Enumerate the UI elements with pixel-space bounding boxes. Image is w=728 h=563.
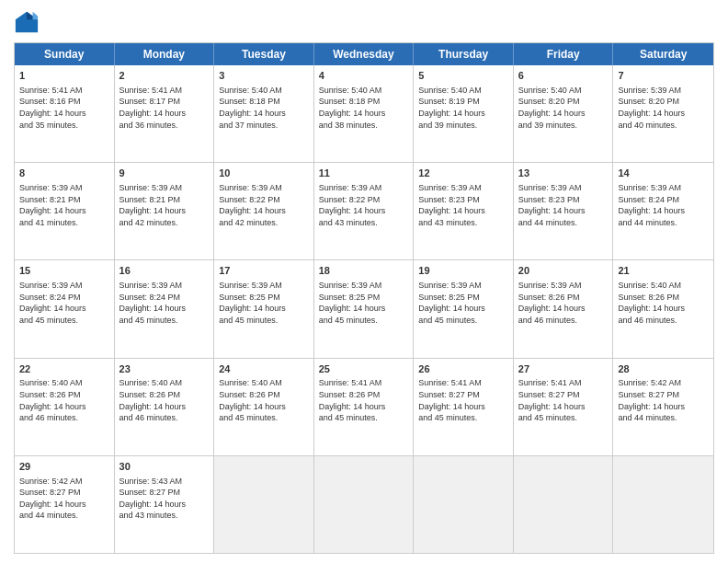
header	[14, 9, 714, 35]
cell-info-line: Sunrise: 5:41 AM	[119, 85, 210, 97]
calendar-cell: 12Sunrise: 5:39 AMSunset: 8:23 PMDayligh…	[414, 163, 514, 259]
cell-info-line: Daylight: 14 hours	[219, 205, 309, 217]
cell-info-line: Daylight: 14 hours	[219, 108, 309, 120]
cell-info-line: Daylight: 14 hours	[19, 108, 109, 120]
day-number: 16	[119, 264, 210, 278]
calendar-cell: 3Sunrise: 5:40 AMSunset: 8:18 PMDaylight…	[214, 65, 314, 162]
cell-info-line: Daylight: 14 hours	[518, 303, 609, 315]
cell-info-line: Sunrise: 5:41 AM	[518, 377, 609, 389]
calendar-cell: 22Sunrise: 5:40 AMSunset: 8:26 PMDayligh…	[15, 359, 115, 455]
cell-info-line: Daylight: 14 hours	[518, 108, 609, 120]
calendar-cell: 20Sunrise: 5:39 AMSunset: 8:26 PMDayligh…	[514, 260, 614, 357]
cell-info-line: and 37 minutes.	[219, 120, 309, 132]
calendar-cell: 21Sunrise: 5:40 AMSunset: 8:26 PMDayligh…	[613, 260, 713, 357]
cell-info-line: Sunrise: 5:39 AM	[518, 182, 609, 194]
cell-info-line: Sunset: 8:26 PM	[319, 389, 409, 401]
cell-info-line: Daylight: 14 hours	[19, 499, 109, 511]
logo-icon	[14, 9, 40, 35]
cell-info-line: Sunset: 8:18 PM	[219, 96, 309, 108]
cell-info-line: and 45 minutes.	[219, 412, 309, 424]
cell-info-line: Sunrise: 5:39 AM	[418, 182, 508, 194]
calendar-cell: 7Sunrise: 5:39 AMSunset: 8:20 PMDaylight…	[613, 65, 713, 162]
day-number: 27	[518, 362, 609, 376]
calendar-cell	[314, 456, 415, 553]
calendar-row-3: 15Sunrise: 5:39 AMSunset: 8:24 PMDayligh…	[15, 260, 713, 358]
cell-info-line: Sunset: 8:24 PM	[119, 292, 210, 304]
cell-info-line: Sunrise: 5:39 AM	[19, 280, 109, 292]
cell-info-line: Daylight: 14 hours	[119, 205, 210, 217]
cell-info-line: Sunset: 8:26 PM	[518, 292, 609, 304]
calendar-row-2: 8Sunrise: 5:39 AMSunset: 8:21 PMDaylight…	[15, 163, 713, 260]
cell-info-line: Sunrise: 5:43 AM	[119, 476, 210, 488]
cell-info-line: and 43 minutes.	[119, 510, 210, 522]
day-number: 24	[219, 362, 309, 376]
cell-info-line: and 41 minutes.	[19, 217, 109, 229]
cell-info-line: Daylight: 14 hours	[618, 401, 709, 413]
calendar-cell: 23Sunrise: 5:40 AMSunset: 8:26 PMDayligh…	[115, 359, 215, 455]
calendar-header: Sunday Monday Tuesday Wednesday Thursday…	[15, 43, 713, 65]
day-number: 17	[219, 264, 309, 278]
day-number: 29	[19, 460, 109, 474]
cell-info-line: and 45 minutes.	[119, 315, 210, 327]
cell-info-line: Daylight: 14 hours	[219, 303, 309, 315]
calendar-cell: 24Sunrise: 5:40 AMSunset: 8:26 PMDayligh…	[214, 359, 314, 455]
cell-info-line: and 45 minutes.	[219, 315, 309, 327]
cell-info-line: Sunrise: 5:40 AM	[219, 85, 309, 97]
cell-info-line: Sunrise: 5:40 AM	[618, 280, 709, 292]
cell-info-line: Sunset: 8:27 PM	[19, 487, 109, 499]
calendar-row-1: 1Sunrise: 5:41 AMSunset: 8:16 PMDaylight…	[15, 65, 713, 163]
cell-info-line: Sunrise: 5:39 AM	[518, 280, 609, 292]
cell-info-line: and 44 minutes.	[19, 510, 109, 522]
calendar-cell: 27Sunrise: 5:41 AMSunset: 8:27 PMDayligh…	[514, 359, 614, 455]
calendar-cell: 13Sunrise: 5:39 AMSunset: 8:23 PMDayligh…	[514, 163, 614, 259]
calendar-cell: 14Sunrise: 5:39 AMSunset: 8:24 PMDayligh…	[613, 163, 713, 259]
day-number: 3	[219, 69, 309, 83]
cell-info-line: Sunset: 8:22 PM	[219, 194, 309, 206]
cell-info-line: Sunrise: 5:39 AM	[119, 280, 210, 292]
cell-info-line: Daylight: 14 hours	[518, 205, 609, 217]
day-number: 9	[119, 167, 210, 180]
cell-info-line: and 39 minutes.	[518, 120, 609, 132]
calendar-cell: 17Sunrise: 5:39 AMSunset: 8:25 PMDayligh…	[214, 260, 314, 357]
header-wednesday: Wednesday	[314, 43, 415, 65]
cell-info-line: Sunset: 8:27 PM	[418, 389, 508, 401]
cell-info-line: Daylight: 14 hours	[119, 499, 210, 511]
calendar-cell: 25Sunrise: 5:41 AMSunset: 8:26 PMDayligh…	[314, 359, 415, 455]
cell-info-line: Sunset: 8:21 PM	[119, 194, 210, 206]
cell-info-line: and 46 minutes.	[119, 412, 210, 424]
cell-info-line: Daylight: 14 hours	[119, 303, 210, 315]
day-number: 10	[219, 167, 309, 180]
calendar-cell: 5Sunrise: 5:40 AMSunset: 8:19 PMDaylight…	[414, 65, 514, 162]
cell-info-line: Sunset: 8:24 PM	[19, 292, 109, 304]
cell-info-line: Sunset: 8:18 PM	[319, 96, 409, 108]
cell-info-line: and 44 minutes.	[618, 412, 709, 424]
day-number: 30	[119, 460, 210, 474]
cell-info-line: Sunset: 8:26 PM	[219, 389, 309, 401]
day-number: 5	[418, 69, 508, 83]
cell-info-line: and 45 minutes.	[319, 315, 409, 327]
cell-info-line: and 43 minutes.	[319, 217, 409, 229]
calendar-cell: 19Sunrise: 5:39 AMSunset: 8:25 PMDayligh…	[414, 260, 514, 357]
cell-info-line: Sunset: 8:20 PM	[518, 96, 609, 108]
cell-info-line: Daylight: 14 hours	[19, 303, 109, 315]
calendar-cell: 16Sunrise: 5:39 AMSunset: 8:24 PMDayligh…	[115, 260, 215, 357]
cell-info-line: Sunset: 8:16 PM	[19, 96, 109, 108]
cell-info-line: Sunset: 8:19 PM	[418, 96, 508, 108]
day-number: 22	[19, 362, 109, 376]
cell-info-line: Daylight: 14 hours	[618, 108, 709, 120]
cell-info-line: Daylight: 14 hours	[319, 108, 409, 120]
cell-info-line: and 44 minutes.	[618, 217, 709, 229]
calendar-cell	[214, 456, 314, 553]
cell-info-line: Sunrise: 5:41 AM	[319, 377, 409, 389]
cell-info-line: Sunset: 8:25 PM	[219, 292, 309, 304]
cell-info-line: Daylight: 14 hours	[119, 401, 210, 413]
cell-info-line: and 42 minutes.	[219, 217, 309, 229]
cell-info-line: Sunset: 8:17 PM	[119, 96, 210, 108]
cell-info-line: Sunrise: 5:40 AM	[119, 377, 210, 389]
day-number: 8	[19, 167, 109, 180]
day-number: 12	[418, 167, 508, 180]
cell-info-line: and 40 minutes.	[618, 120, 709, 132]
cell-info-line: Sunrise: 5:42 AM	[618, 377, 709, 389]
calendar: Sunday Monday Tuesday Wednesday Thursday…	[14, 42, 714, 554]
cell-info-line: and 45 minutes.	[418, 412, 508, 424]
